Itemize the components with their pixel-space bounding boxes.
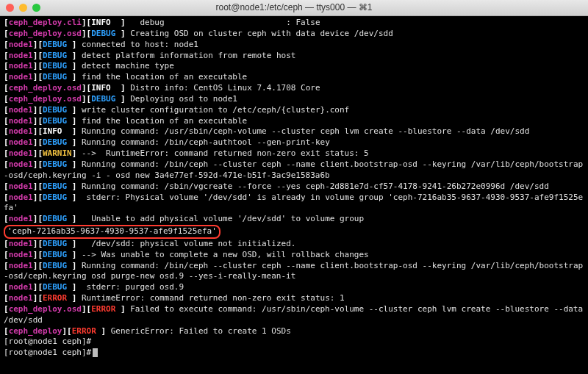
log-line: [ceph_deploy.osd][INFO ] Distro info: Ce…	[4, 83, 584, 94]
log-line: [node1][DEBUG ] Running command: /bin/ce…	[4, 261, 584, 283]
log-level: DEBUG	[43, 72, 67, 82]
log-level: DEBUG	[43, 137, 67, 147]
log-message: detect platform information from remote …	[82, 51, 295, 60]
log-level: DEBUG	[43, 105, 67, 115]
log-source: node1	[9, 214, 33, 223]
log-level: DEBUG	[91, 29, 115, 38]
log-level: INFO	[91, 83, 111, 93]
log-line: [node1][DEBUG ] Running command: /bin/ce…	[4, 159, 584, 181]
log-line: [ceph_deploy.osd][DEBUG ] Creating OSD o…	[4, 29, 584, 40]
log-message: /dev/sdd: physical volume not initialize…	[82, 239, 295, 248]
log-line: [node1][DEBUG ] find the location of an …	[4, 72, 584, 83]
log-level: INFO	[43, 126, 62, 136]
log-source: node1	[9, 159, 33, 169]
log-line: [node1][DEBUG ] stderr: purged osd.9	[4, 282, 584, 293]
log-line: [node1][DEBUG ] Running command: /bin/ce…	[4, 137, 584, 148]
log-level: DEBUG	[43, 250, 67, 259]
log-source: node1	[9, 250, 33, 259]
log-source: node1	[9, 137, 33, 147]
log-line: [ceph_deploy.osd][ERROR ] Failed to exec…	[4, 304, 584, 326]
log-source: ceph_deploy.osd	[9, 29, 82, 38]
log-level: DEBUG	[43, 159, 67, 169]
log-source: ceph_deploy.osd	[9, 304, 82, 314]
log-message: connected to host: node1	[82, 40, 198, 49]
log-level: DEBUG	[91, 94, 115, 104]
log-level: DEBUG	[43, 116, 67, 126]
window-title: root@node1:/etc/ceph — ttys000 — ⌘1	[0, 1, 588, 13]
shell-prompt: [root@node1 ceph]#	[4, 348, 91, 357]
log-source: node1	[9, 148, 33, 158]
log-source: node1	[9, 193, 33, 202]
log-line: [node1][DEBUG ] Running command: /sbin/v…	[4, 181, 584, 193]
log-source: node1	[9, 293, 33, 303]
log-source: ceph_deploy.osd	[9, 94, 82, 104]
log-message: Running command: /sbin/vgcreate --force …	[82, 181, 549, 191]
cursor-icon	[93, 348, 98, 357]
log-source: node1	[9, 72, 33, 82]
log-message: GenericError: Failed to create 1 OSDs	[111, 326, 291, 336]
log-message: --> Was unable to complete a new OSD, wi…	[82, 250, 369, 259]
log-line: [node1][DEBUG ] /dev/sdd: physical volum…	[4, 239, 584, 250]
log-level: ERROR	[72, 326, 96, 336]
log-line: [ceph_deploy][ERROR ] GenericError: Fail…	[4, 326, 584, 337]
log-line: [node1][DEBUG ] connected to host: node1	[4, 40, 584, 51]
log-line: [ceph_deploy.cli][INFO ] debug : False	[4, 18, 584, 29]
log-source: ceph_deploy	[9, 326, 62, 336]
log-source: node1	[9, 61, 33, 71]
log-level: DEBUG	[43, 239, 67, 248]
highlighted-vg-name: 'ceph-7216ab35-9637-4930-9537-afe9f1525e…	[4, 225, 220, 239]
log-message: stderr: purged osd.9	[82, 282, 184, 292]
log-message: Running command: /bin/ceph-authtool --ge…	[82, 137, 330, 147]
window-titlebar: root@node1:/etc/ceph — ttys000 — ⌘1	[0, 0, 588, 16]
log-message: Deploying osd to node1	[130, 94, 237, 104]
log-source: node1	[9, 261, 33, 270]
log-message: Running command: /bin/ceph --cluster cep…	[4, 261, 583, 281]
log-line: [node1][DEBUG ] --> Was unable to comple…	[4, 250, 584, 261]
log-level: DEBUG	[43, 282, 67, 292]
log-message: RuntimeError: command returned non-zero …	[82, 293, 345, 303]
log-message: write cluster configuration to /etc/ceph…	[82, 105, 349, 115]
log-level: DEBUG	[43, 61, 67, 71]
log-level: ERROR	[91, 304, 115, 314]
log-line: [node1][DEBUG ] Unable to add physical v…	[4, 214, 584, 239]
log-level: DEBUG	[43, 193, 67, 202]
log-level: WARNIN	[43, 148, 72, 158]
terminal-output[interactable]: [ceph_deploy.cli][INFO ] debug : False[c…	[0, 16, 588, 360]
log-line: [node1][WARNIN] --> RuntimeError: comman…	[4, 148, 584, 159]
log-line: [node1][ERROR ] RuntimeError: command re…	[4, 293, 584, 304]
log-line: [node1][DEBUG ] stderr: Physical volume …	[4, 193, 584, 215]
log-line: [node1][INFO ] Running command: /usr/sbi…	[4, 126, 584, 137]
log-message: Distro info: CentOS Linux 7.4.1708 Core	[130, 83, 320, 93]
prompt-line[interactable]: [root@node1 ceph]#	[4, 348, 584, 359]
log-level: DEBUG	[43, 181, 67, 191]
log-level: DEBUG	[43, 261, 67, 270]
prompt-line: [root@node1 ceph]#	[4, 337, 584, 348]
log-message: debug : False	[130, 18, 320, 27]
log-message: Running command: /usr/sbin/ceph-volume -…	[82, 126, 529, 136]
log-level: DEBUG	[43, 40, 67, 49]
log-source: node1	[9, 105, 33, 115]
log-level: DEBUG	[43, 214, 67, 223]
log-source: node1	[9, 51, 33, 60]
log-message: Creating OSD on cluster ceph with data d…	[130, 29, 393, 38]
log-message: find the location of an executable	[82, 116, 247, 126]
log-source: node1	[9, 181, 33, 191]
log-source: node1	[9, 116, 33, 126]
log-source: node1	[9, 239, 33, 248]
log-source: ceph_deploy.cli	[9, 18, 82, 27]
log-source: node1	[9, 40, 33, 49]
log-level: DEBUG	[43, 51, 67, 60]
log-line: [node1][DEBUG ] detect machine type	[4, 61, 584, 72]
log-source: ceph_deploy.osd	[9, 83, 82, 93]
log-line: [ceph_deploy.osd][DEBUG ] Deploying osd …	[4, 94, 584, 105]
log-level: INFO	[91, 18, 111, 27]
log-line: [node1][DEBUG ] detect platform informat…	[4, 51, 584, 62]
log-line: [node1][DEBUG ] find the location of an …	[4, 116, 584, 127]
log-source: node1	[9, 282, 33, 292]
shell-prompt: [root@node1 ceph]#	[4, 337, 91, 346]
log-source: node1	[9, 126, 33, 136]
log-message: find the location of an executable	[82, 72, 247, 82]
log-line: [node1][DEBUG ] write cluster configurat…	[4, 105, 584, 116]
log-level: ERROR	[43, 293, 67, 303]
log-message: Unable to add physical volume '/dev/sdd'…	[82, 214, 369, 223]
